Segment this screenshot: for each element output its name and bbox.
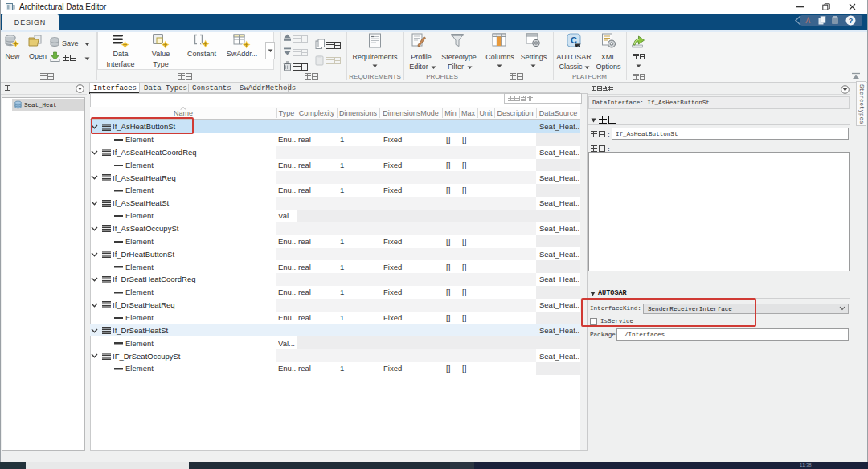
- svg-text:C: C: [571, 35, 577, 45]
- svg-text:?: ?: [849, 17, 854, 25]
